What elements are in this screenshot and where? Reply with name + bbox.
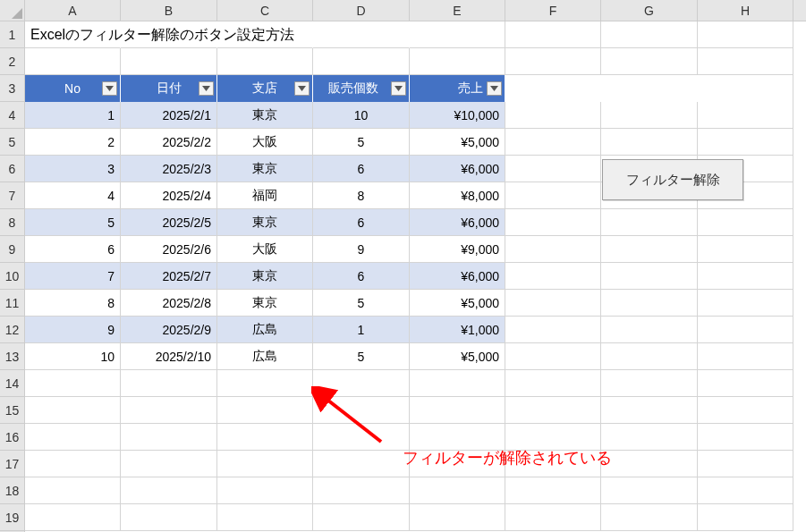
cell-H5[interactable] <box>698 129 793 156</box>
cell-H2[interactable] <box>698 48 793 75</box>
cell-C6[interactable]: 東京 <box>217 156 313 182</box>
cell-A19[interactable] <box>25 504 121 531</box>
cell-A13[interactable]: 10 <box>25 343 121 370</box>
row-header-11[interactable]: 11 <box>0 290 24 317</box>
cell-D5[interactable]: 5 <box>313 129 410 156</box>
cell-A16[interactable] <box>25 424 121 451</box>
row-header-5[interactable]: 5 <box>0 129 24 156</box>
cell-E10[interactable]: ¥6,000 <box>410 263 505 290</box>
table-header-No[interactable]: No <box>25 75 121 102</box>
cell-A10[interactable]: 7 <box>25 263 121 290</box>
row-header-16[interactable]: 16 <box>0 424 24 451</box>
cell-C13[interactable]: 広島 <box>217 343 313 370</box>
cell-G14[interactable] <box>601 370 698 397</box>
cell-B7[interactable]: 2025/2/4 <box>121 182 217 209</box>
column-header-C[interactable]: C <box>217 0 313 21</box>
cell-H15[interactable] <box>698 397 793 424</box>
cell-D10[interactable]: 6 <box>313 263 410 290</box>
cell-D15[interactable] <box>313 397 410 424</box>
cell-C5[interactable]: 大阪 <box>217 129 313 156</box>
cell-D16[interactable] <box>313 424 410 451</box>
cell-G13[interactable] <box>601 343 698 370</box>
column-header-F[interactable]: F <box>505 0 601 21</box>
column-header-A[interactable]: A <box>25 0 121 21</box>
cell-C12[interactable]: 広島 <box>217 317 313 343</box>
cell-G9[interactable] <box>601 236 698 263</box>
cell-E13[interactable]: ¥5,000 <box>410 343 505 370</box>
cell-G12[interactable] <box>601 317 698 343</box>
cell-B5[interactable]: 2025/2/2 <box>121 129 217 156</box>
cell-G10[interactable] <box>601 263 698 290</box>
table-header-H[interactable] <box>698 75 793 102</box>
cell-E6[interactable]: ¥6,000 <box>410 156 505 182</box>
cell-A2[interactable] <box>25 48 121 75</box>
cell-C17[interactable] <box>217 451 313 477</box>
cell-D7[interactable]: 8 <box>313 182 410 209</box>
cell-E8[interactable]: ¥6,000 <box>410 209 505 236</box>
cell-B12[interactable]: 2025/2/9 <box>121 317 217 343</box>
cell-B9[interactable]: 2025/2/6 <box>121 236 217 263</box>
cell-E15[interactable] <box>410 397 505 424</box>
cell-D19[interactable] <box>313 504 410 531</box>
cell-A4[interactable]: 1 <box>25 102 121 129</box>
cell-A9[interactable]: 6 <box>25 236 121 263</box>
cell-A14[interactable] <box>25 370 121 397</box>
cell-B8[interactable]: 2025/2/5 <box>121 209 217 236</box>
cell-B16[interactable] <box>121 424 217 451</box>
cell-H9[interactable] <box>698 236 793 263</box>
cell-E11[interactable]: ¥5,000 <box>410 290 505 317</box>
cell-G15[interactable] <box>601 397 698 424</box>
cell-H11[interactable] <box>698 290 793 317</box>
cell-F15[interactable] <box>505 397 601 424</box>
cell-B18[interactable] <box>121 477 217 504</box>
cell-G4[interactable] <box>601 102 698 129</box>
cell-D18[interactable] <box>313 477 410 504</box>
cell-G18[interactable] <box>601 477 698 504</box>
row-header-7[interactable]: 7 <box>0 182 24 209</box>
cell-H8[interactable] <box>698 209 793 236</box>
row-header-3[interactable]: 3 <box>0 75 24 102</box>
cell-D11[interactable]: 5 <box>313 290 410 317</box>
cell-A11[interactable]: 8 <box>25 290 121 317</box>
cell-C15[interactable] <box>217 397 313 424</box>
cell-E7[interactable]: ¥8,000 <box>410 182 505 209</box>
cell-A7[interactable]: 4 <box>25 182 121 209</box>
cell-A6[interactable]: 3 <box>25 156 121 182</box>
cell-B4[interactable]: 2025/2/1 <box>121 102 217 129</box>
cell-B19[interactable] <box>121 504 217 531</box>
cell-C16[interactable] <box>217 424 313 451</box>
cell-H14[interactable] <box>698 370 793 397</box>
cell-D1[interactable] <box>313 21 410 48</box>
cell-D17[interactable] <box>313 451 410 477</box>
cell-C14[interactable] <box>217 370 313 397</box>
cell-D12[interactable]: 1 <box>313 317 410 343</box>
row-header-8[interactable]: 8 <box>0 209 24 236</box>
cell-B15[interactable] <box>121 397 217 424</box>
row-header-18[interactable]: 18 <box>0 477 24 504</box>
cell-G8[interactable] <box>601 209 698 236</box>
cell-F1[interactable] <box>505 21 601 48</box>
cell-E12[interactable]: ¥1,000 <box>410 317 505 343</box>
cell-G1[interactable] <box>601 21 698 48</box>
cell-C2[interactable] <box>217 48 313 75</box>
cell-A15[interactable] <box>25 397 121 424</box>
table-header-F[interactable] <box>505 75 601 102</box>
cell-F5[interactable] <box>505 129 601 156</box>
cell-C4[interactable]: 東京 <box>217 102 313 129</box>
cell-E1[interactable] <box>410 21 505 48</box>
column-header-E[interactable]: E <box>410 0 505 21</box>
cell-H1[interactable] <box>698 21 793 48</box>
filter-dropdown-icon[interactable] <box>294 81 310 96</box>
row-header-14[interactable]: 14 <box>0 370 24 397</box>
cell-B14[interactable] <box>121 370 217 397</box>
cell-E19[interactable] <box>410 504 505 531</box>
cell-F2[interactable] <box>505 48 601 75</box>
cell-H17[interactable] <box>698 451 793 477</box>
cell-D6[interactable]: 6 <box>313 156 410 182</box>
row-header-6[interactable]: 6 <box>0 156 24 182</box>
cell-H12[interactable] <box>698 317 793 343</box>
cell-D14[interactable] <box>313 370 410 397</box>
cell-F4[interactable] <box>505 102 601 129</box>
cell-E18[interactable] <box>410 477 505 504</box>
column-header-H[interactable]: H <box>698 0 793 21</box>
